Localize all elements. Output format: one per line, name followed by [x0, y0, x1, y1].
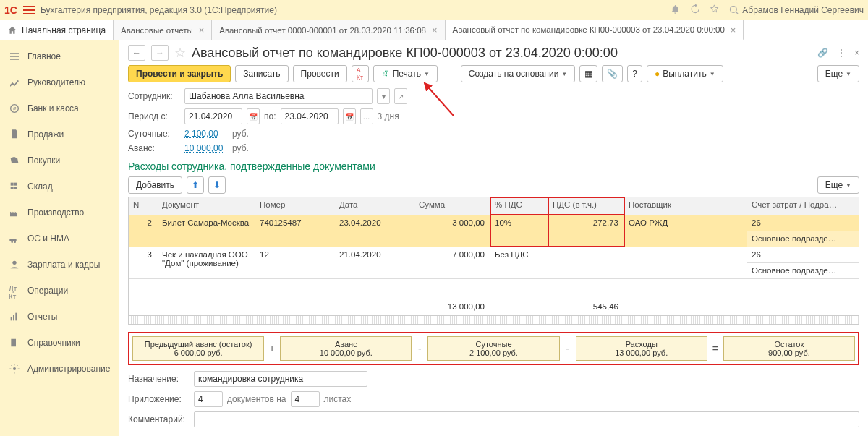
write-button[interactable]: Записать — [235, 65, 288, 82]
eq-value: 10 000,00 руб. — [320, 349, 373, 357]
sidebar-item-warehouse[interactable]: Склад — [0, 174, 119, 200]
create-from-button[interactable]: Создать на основании▼ — [461, 65, 575, 82]
tab-report-3[interactable]: Авансовый отчет по командировке КП00-000… — [446, 20, 744, 40]
btn-label: Еще — [825, 180, 843, 190]
employee-label: Сотрудник: — [128, 91, 180, 101]
sheets-count-field[interactable]: 4 — [291, 391, 320, 407]
advance-link[interactable]: 10 000,00 — [184, 143, 228, 153]
docs-count-field[interactable]: 4 — [194, 391, 223, 407]
equals-icon: = — [710, 336, 720, 361]
table-row[interactable]: 2 Билет Самара-Москва 740125487 23.04.20… — [129, 215, 859, 231]
sidebar-item-bank[interactable]: ₽Банк и касса — [0, 95, 119, 121]
cell-vendor: ОАО РЖД — [624, 215, 747, 247]
favorite-star-icon[interactable]: ☆ — [174, 45, 186, 61]
sidebar-item-admin[interactable]: Администрирование — [0, 356, 119, 382]
sidebar-item-main[interactable]: Главное — [0, 43, 119, 69]
dtkt-button[interactable]: АтКт — [352, 65, 369, 82]
toolbar: Провести и закрыть Записать Провести АтК… — [128, 65, 859, 82]
employee-field[interactable]: Шабанова Алла Васильевна — [184, 88, 373, 104]
structure-button[interactable]: ▦ — [579, 65, 597, 82]
help-button[interactable]: ? — [627, 65, 642, 82]
col-n[interactable]: N — [129, 197, 158, 215]
close-icon[interactable]: × — [731, 25, 736, 35]
date-from-field[interactable]: 21.04.2020 — [184, 108, 242, 124]
horizontal-scrollbar[interactable] — [129, 315, 859, 324]
field-value: Шабанова Алла Васильевна — [189, 91, 305, 101]
svg-point-8 — [11, 241, 13, 243]
period-to-label: по: — [264, 111, 276, 121]
svg-line-15 — [425, 83, 454, 116]
user-name: Абрамов Геннадий Сергеевич — [742, 5, 864, 15]
tab-advance-reports[interactable]: Авансовые отчеты× — [114, 20, 212, 40]
col-vat-pct[interactable]: % НДС — [490, 197, 548, 215]
col-acct[interactable]: Счет затрат / Подра… — [747, 197, 859, 215]
col-doc[interactable]: Документ — [158, 197, 255, 215]
dropdown-icon[interactable]: ▾ — [377, 88, 390, 104]
attach-button[interactable]: 📎 — [602, 65, 623, 82]
link-icon[interactable]: 🔗 — [817, 48, 828, 58]
sidebar-item-purchases[interactable]: Покупки — [0, 148, 119, 174]
col-num[interactable]: Номер — [255, 197, 335, 215]
sidebar-label: Склад — [27, 181, 53, 192]
move-up-button[interactable]: ⬆ — [187, 176, 204, 194]
home-icon — [7, 25, 17, 35]
col-sum[interactable]: Сумма — [414, 197, 490, 215]
post-and-close-button[interactable]: Провести и закрыть — [128, 65, 231, 82]
open-ref-icon[interactable]: ↗ — [394, 88, 407, 104]
sidebar-item-production[interactable]: Производство — [0, 200, 119, 226]
sidebar-label: Зарплата и кадры — [27, 260, 100, 270]
kebab-icon[interactable]: ⋮ — [837, 48, 846, 58]
perdiem-link[interactable]: 2 100,00 — [184, 129, 228, 139]
eq-expenses: Расходы13 000,00 руб. — [576, 336, 707, 361]
sidebar-item-hr[interactable]: Зарплата и кадры — [0, 252, 119, 278]
purpose-field[interactable]: командировка сотрудника — [194, 371, 367, 387]
svg-rect-5 — [11, 187, 14, 189]
close-panel-icon[interactable]: × — [854, 48, 859, 58]
menu-icon[interactable] — [23, 6, 35, 14]
table-row[interactable]: 3 Чек и накладная ООО "Дом" (проживание)… — [129, 247, 859, 262]
eq-value: 13 000,00 руб. — [615, 349, 668, 357]
tab-label: Авансовый отчет по командировке КП00-000… — [453, 25, 725, 34]
calendar-icon[interactable]: 📅 — [343, 108, 356, 124]
sidebar-item-reports[interactable]: Отчеты — [0, 304, 119, 330]
col-date[interactable]: Дата — [335, 197, 414, 215]
eq-title: Остаток — [726, 340, 853, 349]
sidebar-item-operations[interactable]: ДтКтОперации — [0, 278, 119, 304]
balance-equation: Предыдущий аванс (остаток)6 000,00 руб. … — [128, 332, 859, 365]
tab-report-1[interactable]: Авансовый отчет 0000-000001 от 28.03.202… — [212, 20, 445, 40]
btn-label: Создать на основании — [469, 69, 559, 79]
post-button[interactable]: Провести — [293, 65, 347, 82]
col-vat[interactable]: НДС (в т.ч.) — [548, 197, 624, 215]
ellipsis-icon[interactable]: … — [360, 108, 373, 124]
date-to-field[interactable]: 23.04.2020 — [281, 108, 339, 124]
svg-point-10 — [12, 261, 16, 265]
nav-back[interactable]: ← — [128, 45, 145, 61]
more-button[interactable]: Еще▼ — [817, 65, 859, 82]
table-more-button[interactable]: Еще▼ — [817, 176, 859, 194]
eq-value: 6 000,00 руб. — [174, 349, 223, 357]
user-menu[interactable]: Абрамов Геннадий Сергеевич — [728, 4, 864, 15]
close-icon[interactable]: × — [432, 25, 438, 35]
col-vendor[interactable]: Поставщик — [624, 197, 747, 215]
comment-field[interactable] — [194, 411, 859, 427]
sidebar-item-manager[interactable]: Руководителю — [0, 69, 119, 95]
star-icon[interactable] — [709, 4, 720, 17]
history-icon[interactable] — [689, 4, 700, 17]
nav-forward[interactable]: → — [151, 45, 169, 61]
sidebar-label: Руководителю — [27, 77, 85, 87]
bell-icon[interactable] — [670, 4, 681, 17]
move-down-button[interactable]: ⬇ — [208, 176, 226, 194]
add-row-button[interactable]: Добавить — [128, 176, 182, 194]
cell-num: 740125487 — [255, 215, 335, 247]
calendar-icon[interactable]: 📅 — [247, 108, 260, 124]
eq-title: Суточные — [430, 340, 557, 349]
pay-button[interactable]: ●Выплатить▼ — [647, 65, 723, 82]
btn-label: Печать — [393, 69, 421, 79]
svg-rect-11 — [11, 317, 12, 320]
sidebar-item-refs[interactable]: Справочники — [0, 330, 119, 356]
annotation-arrow — [417, 80, 461, 123]
sidebar-item-sales[interactable]: Продажи — [0, 121, 119, 148]
tab-home[interactable]: Начальная страница — [0, 20, 114, 40]
close-icon[interactable]: × — [199, 25, 205, 35]
sidebar-item-assets[interactable]: ОС и НМА — [0, 226, 119, 252]
